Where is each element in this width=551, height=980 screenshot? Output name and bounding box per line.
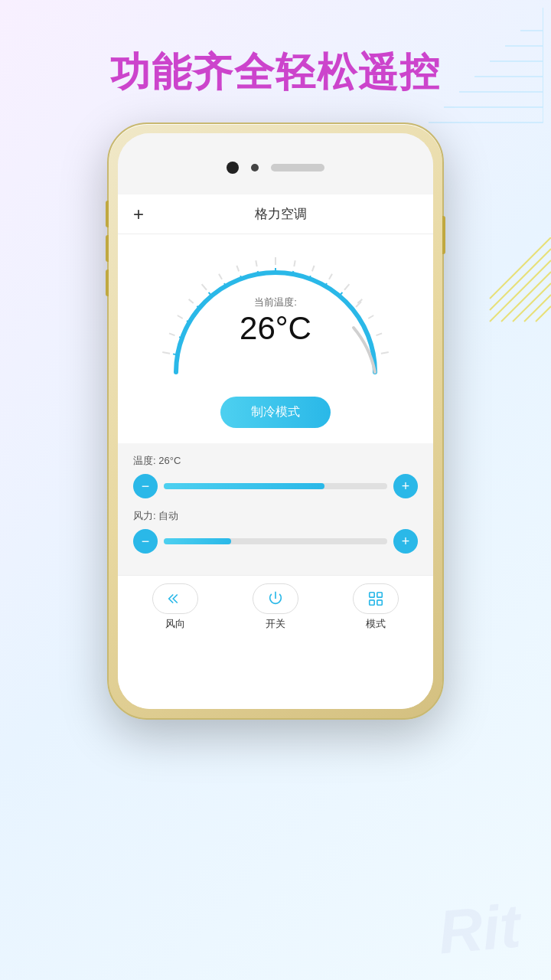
wind-label: 风力: 自动 <box>133 509 418 523</box>
nav-label-power: 开关 <box>266 617 285 631</box>
temperature-slider-fill <box>164 483 324 489</box>
controls-area: 温度: 26°C − + 风力: 自动 <box>118 443 433 575</box>
nav-label-wind-dir: 风向 <box>165 617 185 631</box>
plus-icon-wind: + <box>402 534 410 548</box>
page-title: 功能齐全轻松遥控 <box>0 46 551 100</box>
svg-line-15 <box>256 260 256 266</box>
phone-speaker <box>271 164 324 172</box>
gauge-label: 当前温度: <box>240 296 311 309</box>
svg-line-20 <box>344 284 349 290</box>
svg-line-0 <box>490 237 551 299</box>
minus-icon: − <box>142 479 150 493</box>
phone-mockup: + 格力空调 <box>107 122 444 720</box>
wind-decrease-button[interactable]: − <box>133 529 158 554</box>
temperature-slider-track[interactable] <box>164 483 387 489</box>
svg-line-1 <box>490 249 551 310</box>
phone-sensor <box>251 164 259 172</box>
phone-inner: + 格力空调 <box>118 133 433 709</box>
app-screen: + 格力空调 <box>118 194 433 709</box>
mode-icon <box>367 590 384 607</box>
svg-line-10 <box>178 315 183 318</box>
svg-line-4 <box>513 283 551 322</box>
add-button[interactable]: + <box>133 204 144 225</box>
svg-line-34 <box>292 271 293 276</box>
svg-line-11 <box>189 299 194 303</box>
plus-icon: + <box>402 479 410 493</box>
svg-rect-41 <box>377 600 381 605</box>
power-icon-wrap <box>253 583 298 614</box>
gauge-wrapper: 当前温度: 26°C <box>153 250 398 387</box>
phone-top-bar <box>118 133 433 194</box>
nav-item-power[interactable]: 开关 <box>245 583 306 631</box>
wind-slider-row: − + <box>133 529 418 554</box>
app-title: 格力空调 <box>144 205 418 223</box>
svg-rect-40 <box>369 600 373 605</box>
nav-label-mode: 模式 <box>366 617 386 631</box>
wind-dir-icon-wrap <box>152 583 198 614</box>
svg-line-25 <box>173 354 179 354</box>
svg-line-9 <box>169 333 175 335</box>
mode-button[interactable]: 制冷模式 <box>220 397 331 428</box>
svg-rect-38 <box>369 593 373 597</box>
temperature-decrease-button[interactable]: − <box>133 474 158 498</box>
svg-line-17 <box>294 260 295 266</box>
temperature-label: 温度: 26°C <box>133 454 418 468</box>
svg-line-13 <box>219 274 222 279</box>
svg-line-18 <box>312 266 315 272</box>
mode-icon-wrap <box>353 583 399 614</box>
app-header: + 格力空调 <box>118 194 433 234</box>
svg-rect-39 <box>377 593 381 597</box>
deco-diamond-right <box>474 237 551 329</box>
svg-line-2 <box>490 260 551 322</box>
nav-item-wind-dir[interactable]: 风向 <box>145 583 206 631</box>
svg-line-14 <box>236 266 239 272</box>
svg-line-5 <box>524 295 551 322</box>
nav-item-mode[interactable]: 模式 <box>345 583 406 631</box>
svg-line-24 <box>381 352 389 354</box>
svg-line-23 <box>377 333 383 335</box>
gauge-container: 当前温度: 26°C 制冷模式 <box>118 234 433 443</box>
svg-line-12 <box>202 284 207 290</box>
wind-dir-icon <box>167 590 184 607</box>
minus-icon-wind: − <box>142 534 150 548</box>
wind-slider-fill <box>164 538 231 544</box>
svg-line-19 <box>329 274 332 279</box>
power-icon <box>267 590 284 607</box>
gauge-center: 当前温度: 26°C <box>240 296 311 345</box>
temperature-control-row: 温度: 26°C − + <box>133 454 418 498</box>
temperature-slider-row: − + <box>133 474 418 498</box>
wind-increase-button[interactable]: + <box>393 529 418 554</box>
gauge-temperature: 26°C <box>240 312 311 345</box>
svg-line-22 <box>368 315 373 318</box>
wind-control-row: 风力: 自动 − + <box>133 509 418 554</box>
temperature-increase-button[interactable]: + <box>393 474 418 498</box>
bottom-nav: 风向 开关 <box>118 575 433 639</box>
svg-line-8 <box>162 352 170 354</box>
phone-camera <box>227 162 239 174</box>
wind-slider-track[interactable] <box>164 538 387 544</box>
watermark: Rit <box>436 891 523 969</box>
svg-line-32 <box>258 271 259 276</box>
